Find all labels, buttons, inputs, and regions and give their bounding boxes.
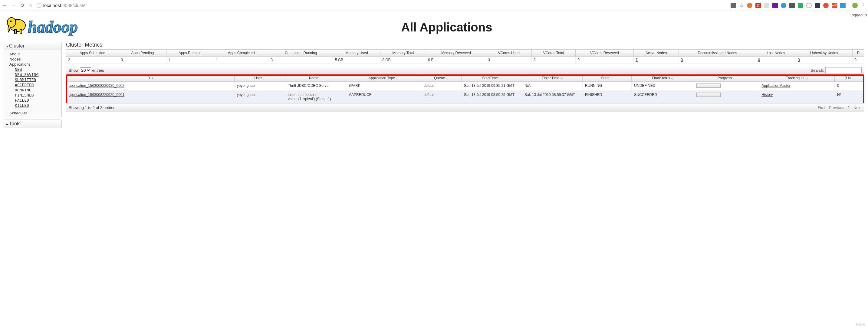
- table-cell: application_1563008220920_0002: [66, 82, 235, 91]
- sidebar-about[interactable]: About: [6, 52, 59, 57]
- sidebar-state-submitted[interactable]: SUBMITTED: [6, 77, 59, 82]
- ext-icon-1[interactable]: [747, 3, 752, 8]
- datatable-top: Show 20 entries Search:: [66, 66, 864, 74]
- apps-header[interactable]: ID▼: [66, 75, 235, 82]
- ext-icon-5[interactable]: [781, 3, 786, 8]
- page-prev[interactable]: Previous: [829, 105, 844, 110]
- table-cell: [694, 91, 759, 103]
- apps-header[interactable]: StartTime◇: [462, 75, 522, 82]
- metrics-header: VCores Reserved: [576, 50, 634, 57]
- entries-select[interactable]: 20: [80, 67, 91, 73]
- extension-icons: ☆ 剪 B ABP ⋮: [731, 2, 866, 9]
- table-cell: default: [421, 82, 461, 91]
- search-label: Search:: [811, 68, 825, 73]
- apps-header[interactable]: B N◇: [835, 75, 864, 82]
- metrics-header: Unhealthy Nodes: [796, 50, 852, 57]
- table-cell: N/: [835, 91, 864, 103]
- metrics-value: 0: [576, 57, 634, 64]
- ext-icon-8[interactable]: [806, 3, 812, 8]
- app-id-link[interactable]: application_1563008220920_0002: [69, 84, 124, 88]
- sidebar-state-new-saving[interactable]: NEW_SAVING: [6, 72, 59, 77]
- metrics-header: Apps Running: [166, 50, 214, 57]
- apps-header[interactable]: Name◇: [285, 75, 346, 82]
- metrics-header: Lost Nodes: [756, 50, 796, 57]
- sidebar-scheduler[interactable]: Scheduler: [6, 110, 59, 116]
- ext-icon-10[interactable]: [823, 3, 829, 8]
- sidebar-state-accepted[interactable]: ACCEPTED: [6, 82, 59, 88]
- page-header: Logged in hadoop All Applications: [0, 11, 868, 42]
- forward-icon[interactable]: →: [11, 3, 17, 8]
- sidebar-applications[interactable]: Applications: [6, 62, 59, 67]
- apps-header[interactable]: Application Type◇: [346, 75, 421, 82]
- metrics-header: Apps Pending: [119, 50, 166, 57]
- tracking-link[interactable]: ApplicationMaster: [762, 84, 790, 88]
- sidebar-nodes[interactable]: Nodes: [6, 57, 59, 62]
- sidebar-state-new[interactable]: NEW: [6, 67, 59, 72]
- table-cell: Sat, 13 Jul 2019 08:59:25 GMT: [462, 91, 522, 103]
- showing-info: Showing 1 to 2 of 2 entries: [69, 105, 115, 110]
- metrics-value: 1: [166, 57, 214, 64]
- ext-icon-11[interactable]: [840, 3, 846, 8]
- metrics-header: Decommissioned Nodes: [679, 50, 756, 57]
- ext-icon-9[interactable]: [815, 3, 820, 8]
- metrics-value: 0: [756, 57, 796, 64]
- sidebar-tools-header[interactable]: Tools: [4, 120, 61, 128]
- app-id-link[interactable]: application_1563008220920_0001: [69, 93, 124, 97]
- sidebar-state-killed[interactable]: KILLED: [6, 103, 59, 108]
- back-icon[interactable]: ←: [2, 3, 7, 8]
- apps-header[interactable]: User◇: [234, 75, 285, 82]
- ext-icon-6[interactable]: [789, 3, 795, 8]
- adblock-icon[interactable]: ABP: [832, 3, 837, 8]
- site-info-icon[interactable]: i: [37, 3, 41, 8]
- page-next[interactable]: Nex: [854, 105, 861, 110]
- table-cell: 0: [835, 82, 864, 91]
- avatar-icon[interactable]: [852, 3, 858, 8]
- page-title: All Applications: [102, 21, 792, 34]
- metrics-value: 0: [679, 57, 756, 64]
- sidebar-state-failed[interactable]: FAILED: [6, 98, 59, 103]
- apps-header[interactable]: Queue◇: [421, 75, 461, 82]
- metrics-header: Memory Reserved: [426, 50, 486, 57]
- apps-header[interactable]: FinalStatus◇: [632, 75, 694, 82]
- table-row: application_1563008220920_0002yeyonghaoT…: [66, 82, 864, 91]
- svg-rect-3: [14, 30, 17, 33]
- ext-icon-3[interactable]: [764, 3, 769, 8]
- table-cell: UNDEFINED: [632, 82, 694, 91]
- reload-icon[interactable]: ⟳: [21, 2, 25, 8]
- apps-header[interactable]: State◇: [583, 75, 632, 82]
- ext-icon-2[interactable]: 剪: [755, 3, 761, 8]
- search-input[interactable]: [825, 67, 862, 73]
- translate-icon[interactable]: [731, 3, 736, 8]
- metrics-value: 5 GB: [333, 57, 380, 64]
- table-cell: FINISHED: [583, 91, 632, 103]
- metrics-value: 1: [214, 57, 269, 64]
- metrics-header: Apps Completed: [214, 50, 269, 57]
- star-icon[interactable]: ☆: [739, 2, 744, 9]
- cluster-metrics-table: Apps SubmittedApps PendingApps RunningAp…: [66, 49, 864, 64]
- table-cell: yeyonghao: [234, 82, 285, 91]
- page-1[interactable]: 1: [848, 105, 850, 110]
- tracking-link[interactable]: History: [762, 93, 773, 97]
- table-cell: Sat, 13 Jul 2019 09:35:21 GMT: [462, 82, 522, 91]
- sidebar-cluster-header[interactable]: Cluster: [4, 42, 61, 50]
- metrics-header: Containers Running: [269, 50, 333, 57]
- metrics-value: 0 B: [426, 57, 486, 64]
- apps-header[interactable]: FinishTime◇: [522, 75, 583, 82]
- metrics-header: VCores Total: [531, 50, 575, 57]
- table-cell: ApplicationMaster: [759, 82, 835, 91]
- ext-icon-4[interactable]: [772, 3, 778, 8]
- page-first[interactable]: First: [818, 105, 825, 110]
- apps-header[interactable]: Tracking UI◇: [759, 75, 835, 82]
- sidebar-state-finished[interactable]: FINISHED: [6, 93, 59, 98]
- sidebar-state-running[interactable]: RUNNING: [6, 88, 59, 93]
- pagination: First Previous 1 Nex: [816, 105, 862, 110]
- show-label: Show: [69, 68, 79, 73]
- table-cell: insert into person values(1,'xpleaf') (S…: [285, 91, 346, 103]
- apps-header[interactable]: Progress◇: [694, 75, 759, 82]
- address-bar[interactable]: i localhost:8088/cluster: [37, 3, 87, 8]
- menu-icon[interactable]: ⋮: [861, 2, 866, 8]
- home-icon[interactable]: ⌂: [29, 3, 32, 8]
- logged-in-text: Logged in: [849, 13, 867, 17]
- ext-icon-7[interactable]: B: [798, 3, 803, 8]
- table-cell: SPARK: [346, 82, 421, 91]
